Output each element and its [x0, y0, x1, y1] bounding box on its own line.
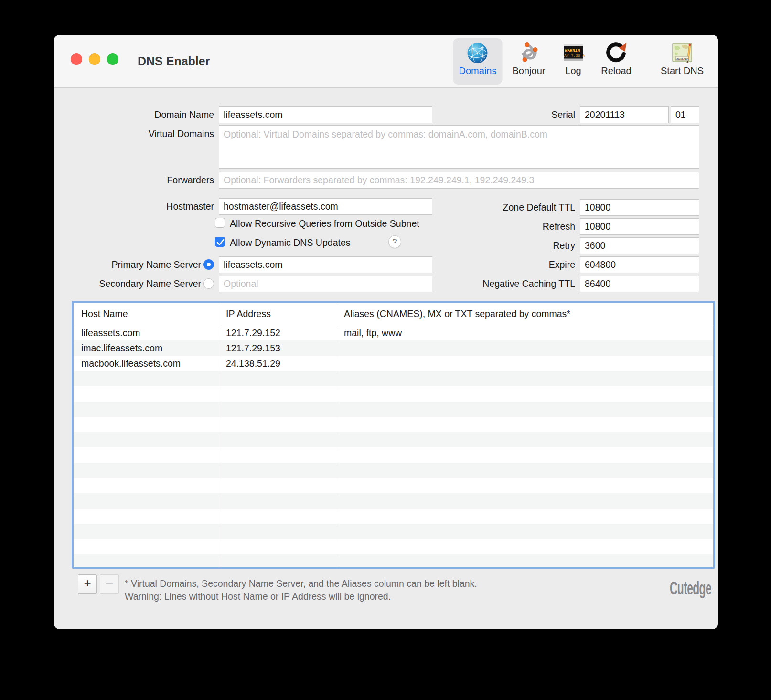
refresh-label: Refresh — [460, 221, 575, 232]
host-table[interactable]: Host Name IP Address Aliases (CNAMES), M… — [72, 301, 715, 569]
table-cell — [339, 524, 713, 539]
serial-input[interactable] — [580, 106, 669, 123]
table-row[interactable]: imac.lifeassets.com121.7.29.153 — [74, 340, 713, 356]
toolbar-label-reload: Reload — [601, 65, 631, 76]
table-cell — [221, 509, 339, 524]
table-cell — [339, 554, 713, 569]
column-header-ip-address[interactable]: IP Address — [221, 303, 339, 325]
toolbar-label-bonjour: Bonjour — [513, 65, 546, 76]
forwarders-input[interactable] — [219, 172, 699, 189]
table-cell — [74, 539, 221, 554]
table-cell — [221, 493, 339, 509]
table-cell — [221, 402, 339, 417]
table-cell — [74, 417, 221, 432]
table-cell: macbook.lifeassets.com — [74, 356, 221, 371]
table-cell — [339, 386, 713, 402]
window-title: DNS Enabler — [138, 35, 210, 87]
table-cell — [221, 463, 339, 478]
zoom-window-button[interactable] — [107, 53, 118, 65]
hostmaster-label: Hostmaster — [102, 201, 214, 212]
table-cell: lifeassets.com — [74, 325, 221, 340]
table-row[interactable] — [74, 493, 713, 509]
table-row[interactable] — [74, 417, 713, 432]
secondary-ns-input[interactable] — [219, 276, 432, 292]
table-row[interactable] — [74, 539, 713, 554]
allow-dynamic-label: Allow Dynamic DNS Updates — [230, 237, 351, 248]
virtual-domains-label: Virtual Domains — [102, 128, 214, 139]
toolbar-item-start-dns[interactable]: DOMAIN Start DNS — [655, 38, 709, 85]
dns-enabler-window: DNS Enabler Domains — [54, 35, 718, 629]
table-cell — [339, 432, 713, 447]
table-cell — [221, 432, 339, 447]
globe-network-icon — [466, 41, 489, 64]
toolbar-item-bonjour[interactable]: Bonjour — [507, 38, 551, 85]
domain-name-label: Domain Name — [102, 109, 214, 120]
negative-ttl-input[interactable] — [580, 276, 699, 292]
table-row[interactable] — [74, 447, 713, 463]
negative-ttl-label: Negative Caching TTL — [431, 278, 575, 289]
bonjour-icon — [517, 41, 540, 64]
table-cell — [339, 447, 713, 463]
table-cell — [221, 524, 339, 539]
remove-row-button[interactable]: – — [100, 574, 119, 594]
toolbar-label-log: Log — [562, 65, 585, 76]
table-cell: 121.7.29.153 — [221, 340, 339, 356]
allow-recursive-label: Allow Recursive Queries from Outside Sub… — [230, 218, 419, 229]
column-header-host-name[interactable]: Host Name — [74, 303, 221, 325]
host-table-body: lifeassets.com121.7.29.152mail, ftp, www… — [74, 325, 713, 569]
retry-input[interactable] — [580, 237, 699, 254]
table-cell — [339, 478, 713, 493]
column-header-aliases[interactable]: Aliases (CNAMES), MX or TXT separated by… — [339, 303, 713, 325]
allow-dynamic-checkbox[interactable] — [215, 237, 225, 247]
allow-recursive-checkbox[interactable] — [215, 218, 225, 228]
table-cell — [339, 417, 713, 432]
table-cell — [74, 447, 221, 463]
table-cell — [74, 386, 221, 402]
table-cell — [221, 386, 339, 402]
svg-text:AY 7:36 A: AY 7:36 A — [564, 53, 585, 58]
table-row[interactable] — [74, 524, 713, 539]
table-row[interactable]: lifeassets.com121.7.29.152mail, ftp, www — [74, 325, 713, 340]
table-row[interactable] — [74, 554, 713, 569]
footnote-line-2: Warning: Lines without Host Name or IP A… — [125, 590, 477, 603]
add-row-button[interactable]: + — [78, 574, 97, 594]
table-row[interactable] — [74, 478, 713, 493]
table-row[interactable] — [74, 432, 713, 447]
table-row[interactable] — [74, 463, 713, 478]
refresh-input[interactable] — [580, 218, 699, 235]
table-row[interactable] — [74, 402, 713, 417]
secondary-ns-label: Secondary Name Server — [78, 278, 201, 289]
primary-ns-radio[interactable] — [203, 259, 214, 270]
serial-label: Serial — [508, 109, 575, 120]
table-row[interactable] — [74, 509, 713, 524]
title-bar: DNS Enabler Domains — [54, 35, 718, 88]
domain-name-input[interactable] — [219, 106, 432, 123]
svg-text:DOMAIN: DOMAIN — [676, 57, 689, 60]
hostmaster-input[interactable] — [219, 198, 432, 215]
footnote-line-1: * Virtual Domains, Secondary Name Server… — [125, 577, 477, 590]
table-row[interactable]: macbook.lifeassets.com24.138.51.29 — [74, 356, 713, 371]
svg-text:WARNIN: WARNIN — [565, 48, 580, 53]
toolbar-item-reload[interactable]: Reload — [595, 38, 637, 85]
toolbar-item-log[interactable]: WARNIN AY 7:36 A Log — [556, 38, 590, 85]
table-cell — [74, 493, 221, 509]
table-cell — [221, 371, 339, 386]
table-cell — [339, 402, 713, 417]
primary-ns-input[interactable] — [219, 256, 432, 273]
table-cell — [221, 478, 339, 493]
serial-suffix-input[interactable] — [671, 106, 699, 123]
table-row[interactable] — [74, 386, 713, 402]
secondary-ns-radio[interactable] — [203, 278, 214, 289]
help-button[interactable]: ? — [388, 235, 401, 248]
table-cell — [74, 524, 221, 539]
table-row[interactable] — [74, 371, 713, 386]
close-window-button[interactable] — [71, 53, 82, 65]
zone-default-ttl-input[interactable] — [580, 199, 699, 216]
table-cell: imac.lifeassets.com — [74, 340, 221, 356]
reload-icon — [605, 41, 628, 64]
virtual-domains-textarea[interactable] — [219, 125, 699, 169]
expire-input[interactable] — [580, 256, 699, 273]
log-led-sign-icon: WARNIN AY 7:36 A — [562, 41, 585, 64]
toolbar-item-domains[interactable]: Domains — [453, 38, 503, 85]
minimize-window-button[interactable] — [89, 53, 100, 65]
